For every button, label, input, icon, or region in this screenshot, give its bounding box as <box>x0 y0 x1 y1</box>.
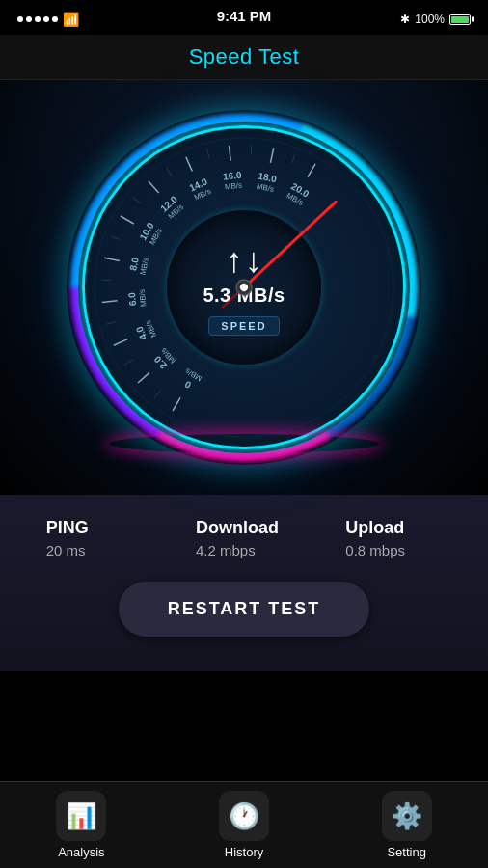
upload-arrow: ↑ <box>226 240 243 281</box>
speed-arrows: ↑ ↓ <box>226 240 262 281</box>
page-title: Speed Test <box>189 44 300 68</box>
svg-line-8 <box>186 157 193 172</box>
svg-text:6.0: 6.0 <box>126 291 138 306</box>
battery-icon <box>449 14 471 25</box>
header: Speed Test <box>0 35 488 80</box>
svg-line-9 <box>230 146 231 161</box>
status-bar: 📶 9:41 PM ✱ 100% <box>0 0 488 35</box>
svg-line-21 <box>291 154 295 163</box>
ping-label: PING <box>46 518 143 538</box>
speed-value: 5.3 MB/s <box>203 285 285 307</box>
tab-bar: 📊 Analysis 🕐 History ⚙️ Setting <box>0 781 488 868</box>
svg-line-14 <box>106 322 116 325</box>
svg-line-15 <box>101 280 111 281</box>
svg-line-10 <box>270 148 273 163</box>
battery-percentage: 100% <box>415 13 445 26</box>
status-right: ✱ 100% <box>400 13 471 26</box>
download-label: Download <box>196 518 292 538</box>
status-left: 📶 <box>17 12 79 27</box>
speed-display: ↑ ↓ 5.3 MB/s SPEED <box>167 210 321 365</box>
bluetooth-icon: ✱ <box>400 13 410 26</box>
svg-line-12 <box>154 391 160 398</box>
upload-label: Upload <box>345 518 442 538</box>
tab-setting-label: Setting <box>387 845 425 859</box>
svg-line-1 <box>173 397 180 411</box>
upload-value: 0.8 mbps <box>345 542 442 558</box>
ping-stat: PING 20 ms <box>46 518 143 558</box>
signal-dots <box>17 16 58 22</box>
stats-row: PING 20 ms Download 4.2 mbps Upload 0.8 … <box>19 518 469 558</box>
setting-icon: ⚙️ <box>382 791 432 841</box>
upload-stat: Upload 0.8 mbps <box>345 518 442 558</box>
svg-line-4 <box>102 301 118 303</box>
ping-value: 20 ms <box>46 542 143 558</box>
svg-line-7 <box>149 181 159 193</box>
svg-line-6 <box>121 216 134 224</box>
analysis-icon: 📊 <box>56 791 106 841</box>
download-arrow: ↓ <box>245 240 262 281</box>
svg-line-19 <box>207 149 210 159</box>
tab-analysis[interactable]: 📊 Analysis <box>0 782 163 868</box>
svg-text:MB/s: MB/s <box>138 288 149 307</box>
svg-text:MB/s: MB/s <box>224 181 242 192</box>
svg-line-3 <box>114 339 128 346</box>
download-value: 4.2 mbps <box>196 542 292 558</box>
svg-line-20 <box>251 145 252 154</box>
tab-history-label: History <box>225 845 263 859</box>
stats-section: PING 20 ms Download 4.2 mbps Upload 0.8 … <box>0 495 488 671</box>
tab-history[interactable]: 🕐 History <box>163 782 326 868</box>
wifi-icon: 📶 <box>63 12 79 27</box>
svg-line-13 <box>124 360 132 365</box>
tab-analysis-label: Analysis <box>58 845 104 859</box>
svg-text:0: 0 <box>182 379 193 392</box>
svg-line-2 <box>138 372 149 383</box>
speed-label: SPEED <box>208 316 279 336</box>
svg-text:16.0: 16.0 <box>223 170 243 182</box>
tab-setting[interactable]: ⚙️ Setting <box>325 782 488 868</box>
download-stat: Download 4.2 mbps <box>196 518 292 558</box>
speedometer: 0 MB/s 2.0 MB/s 4.0 MB/s 6.0 MB/s 8.0 MB… <box>70 114 418 461</box>
history-icon: 🕐 <box>219 791 269 841</box>
gauge-section: 0 MB/s 2.0 MB/s 4.0 MB/s 6.0 MB/s 8.0 MB… <box>0 80 488 495</box>
status-time: 9:41 PM <box>217 8 272 24</box>
svg-line-16 <box>111 236 120 240</box>
svg-line-17 <box>133 198 141 203</box>
svg-line-18 <box>166 168 171 176</box>
svg-line-5 <box>104 258 120 260</box>
svg-line-11 <box>308 164 315 177</box>
svg-text:MB/s: MB/s <box>184 366 203 383</box>
restart-button[interactable]: RESTART TEST <box>119 582 369 637</box>
